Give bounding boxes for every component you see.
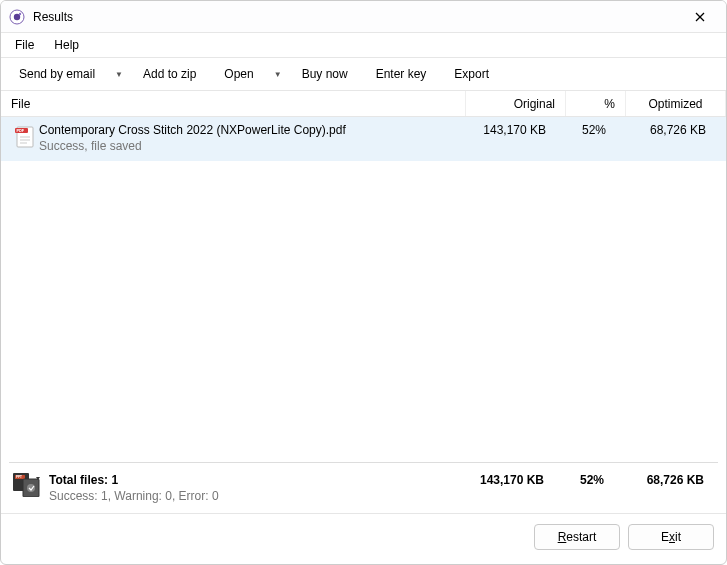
file-name: Contemporary Cross Stitch 2022 (NXPowerL… — [39, 123, 456, 137]
cell-percent: 52% — [556, 123, 616, 137]
footer: Restart Exit — [1, 513, 726, 564]
cell-optimized: 68,726 KB — [616, 123, 716, 137]
send-by-email-dropdown[interactable]: ▼ — [109, 64, 129, 85]
restart-button[interactable]: Restart — [534, 524, 620, 550]
close-icon — [695, 12, 705, 22]
exit-label-post: it — [675, 530, 681, 544]
add-to-zip-button[interactable]: Add to zip — [129, 61, 210, 87]
open-dropdown[interactable]: ▼ — [268, 64, 288, 85]
cell-original: 143,170 KB — [456, 123, 556, 137]
exit-label-pre: E — [661, 530, 669, 544]
header-percent[interactable]: % — [566, 91, 626, 116]
summary-bar: PPT Total files: 1 Success: 1, Warning: … — [1, 463, 726, 513]
svg-point-2 — [19, 12, 21, 14]
menubar: File Help — [1, 33, 726, 57]
window-title: Results — [33, 10, 678, 24]
enter-key-button[interactable]: Enter key — [362, 61, 441, 87]
pdf-file-icon: PDF — [11, 123, 39, 149]
menu-file[interactable]: File — [5, 35, 44, 55]
summary-subtitle: Success: 1, Warning: 0, Error: 0 — [49, 489, 454, 503]
titlebar: Results — [1, 1, 726, 33]
header-optimized[interactable]: Optimized — [626, 91, 726, 116]
file-status: Success, file saved — [39, 139, 456, 153]
open-button[interactable]: Open — [210, 61, 267, 87]
restart-label-post: estart — [566, 530, 596, 544]
send-by-email-button[interactable]: Send by email — [5, 61, 109, 87]
toolbar: Send by email ▼ Add to zip Open ▼ Buy no… — [1, 57, 726, 91]
column-headers: File Original % Optimized — [1, 91, 726, 117]
menu-help[interactable]: Help — [44, 35, 89, 55]
export-button[interactable]: Export — [440, 61, 503, 87]
table-row[interactable]: PDF Contemporary Cross Stitch 2022 (NXPo… — [1, 117, 726, 161]
file-info: Contemporary Cross Stitch 2022 (NXPowerL… — [39, 123, 456, 153]
buy-now-button[interactable]: Buy now — [288, 61, 362, 87]
close-button[interactable] — [678, 3, 722, 31]
header-file[interactable]: File — [1, 91, 466, 116]
summary-stack-icon: PPT — [13, 473, 49, 497]
summary-percent: 52% — [554, 473, 614, 487]
summary-text: Total files: 1 Success: 1, Warning: 0, E… — [49, 473, 454, 503]
svg-text:PDF: PDF — [17, 129, 25, 133]
summary-title: Total files: 1 — [49, 473, 454, 487]
summary-original: 143,170 KB — [454, 473, 554, 487]
restart-label-accel: R — [558, 530, 567, 544]
app-icon — [9, 9, 25, 25]
header-original[interactable]: Original — [466, 91, 566, 116]
exit-button[interactable]: Exit — [628, 524, 714, 550]
summary-optimized: 68,726 KB — [614, 473, 714, 487]
svg-text:PPT: PPT — [16, 475, 22, 479]
results-list: PDF Contemporary Cross Stitch 2022 (NXPo… — [1, 117, 726, 462]
